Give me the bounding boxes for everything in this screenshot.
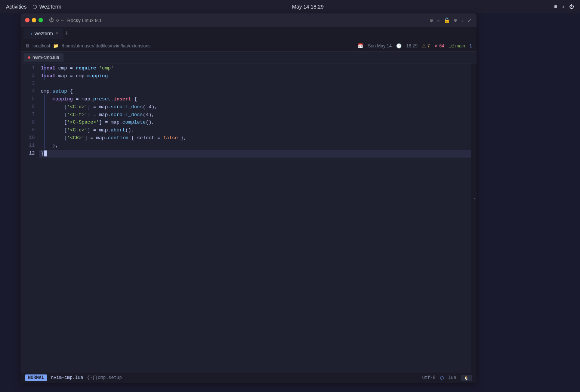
titlebar-icons: ⏻ ↺ ← (49, 17, 64, 23)
volume-icon[interactable]: ♪ (562, 4, 565, 10)
mode-badge: NORMAL (25, 374, 47, 381)
app-menu[interactable]: ⬡ WezTerm (33, 4, 61, 10)
status-bar: NORMAL nvim-cmp.lua {}{}cmp.setup utf-8 … (21, 373, 476, 383)
empty-space (39, 158, 471, 307)
code-line-8: ['<C-Space>'] = map.complete(), (39, 119, 471, 127)
line-num-1: 1 (21, 64, 35, 72)
code-line-3 (39, 80, 471, 88)
line-num-9: 9 (21, 126, 35, 134)
arrow-icon: ← (61, 18, 64, 23)
line-num-5: 5 (21, 95, 35, 103)
new-tab-button[interactable]: + (65, 30, 69, 37)
file-tab-bar: nvim-cmp.lua (21, 52, 476, 63)
bookmark-icon[interactable]: ☆ (437, 17, 440, 24)
gutter-mark-5-11 (44, 94, 44, 149)
status-context: {}{}cmp.setup (87, 375, 122, 380)
code-line-6: ['<C-d>'] = map.scroll_docs(-4), (39, 103, 471, 111)
line-num-8: 8 (21, 119, 35, 127)
path-date: Sun May 14 (368, 43, 392, 49)
line-num-10: 10 (21, 134, 35, 142)
filepath: /home/utm-user/.dotfiles/nvim/lua/extens… (62, 43, 150, 49)
code-line-5: mapping = map.preset.insert { (39, 95, 471, 103)
code-line-7: ['<C-f>'] = map.scroll_docs(4), (39, 111, 471, 119)
window-title: Rocky Linux 9.1 (67, 18, 102, 23)
power-icon-titlebar: ⏻ (49, 18, 54, 23)
fullscreen-icon[interactable]: ⤢ (468, 17, 472, 24)
status-right: utf-8 ⬡ lua 🐧 (422, 375, 472, 381)
code-line-12: } (39, 150, 471, 158)
code-line-10: ['<CR>'] = map.confirm { select = false … (39, 134, 471, 142)
tab-close-button[interactable]: ✕ (55, 31, 59, 36)
lua-icon: ⬡ (440, 375, 444, 381)
active-tab[interactable]: _› wezterm ✕ (24, 28, 63, 39)
line-num-6: 6 (21, 103, 35, 111)
line-num-4: 4 (21, 87, 35, 95)
status-filename: nvim-cmp.lua (51, 375, 83, 380)
maximize-button[interactable] (38, 18, 43, 22)
close-button[interactable] (25, 18, 30, 22)
path-bar: 🖥 localhost 📁 /home/utm-user/.dotfiles/n… (21, 40, 476, 52)
gnome-topbar: Activities ⬡ WezTerm May 14 18:29 ⊞ ♪ ⏻ (0, 0, 580, 13)
monitor-icon: 🖥 (25, 43, 30, 49)
file-tab[interactable]: nvim-cmp.lua (24, 53, 64, 62)
code-line-9: ['<C-e>'] = map.abort(), (39, 126, 471, 134)
errors-count: ✕ 64 (434, 43, 444, 49)
shield-icon[interactable]: ⊕ (454, 17, 457, 24)
line-num-11: 11 (21, 142, 35, 150)
folder-icon: 📁 (53, 43, 59, 49)
app-icon: ⬡ (33, 4, 37, 10)
code-line-1: local cmp = require 'cmp' (39, 64, 471, 72)
activities-label: Activities (6, 4, 27, 10)
line-num-3: 3 (21, 80, 35, 88)
code-content: local cmp = require 'cmp' local map = cm… (39, 63, 471, 373)
hostname: localhost (33, 43, 50, 49)
clock-icon: 🕐 (396, 43, 402, 49)
gutter-mark-1 (44, 64, 44, 72)
refresh-icon: ↺ (56, 17, 59, 23)
line-numbers: 1 2 3 4 5 6 7 8 9 10 11 12 (21, 63, 39, 373)
git-branch: ⎇ main (449, 43, 465, 49)
modified-indicator (28, 56, 30, 59)
code-editor[interactable]: ▶ 1 2 3 4 5 6 7 8 9 10 11 12 local cmp =… (21, 63, 476, 373)
lock-icon[interactable]: 🔒 (444, 17, 450, 24)
minimap-dot (474, 198, 475, 199)
terminal-icon: _› (28, 31, 33, 36)
status-left: NORMAL nvim-cmp.lua {}{}cmp.setup (25, 374, 122, 381)
path-time: 18:29 (406, 43, 417, 49)
line-num-12: 12 (21, 150, 35, 158)
minimap[interactable] (471, 63, 476, 373)
code-line-11: }, (39, 142, 471, 150)
calendar-icon: 📅 (358, 43, 363, 49)
minimize-button[interactable] (32, 18, 36, 22)
line-num-2: 2 (21, 72, 35, 80)
cursor (44, 150, 47, 156)
wezterm-titlebar: ⏻ ↺ ← Rocky Linux 9.1 ⚙ ☆ 🔒 ⊕ ↓ ⤢ (21, 13, 476, 27)
warnings-count: ⚠ 7 (422, 43, 430, 49)
app-label: WezTerm (39, 4, 61, 10)
wezterm-window: ⏻ ↺ ← Rocky Linux 9.1 ⚙ ☆ 🔒 ⊕ ↓ ⤢ _› wez… (21, 13, 476, 383)
settings-icon[interactable]: ⚙ (430, 17, 433, 24)
fold-arrow[interactable]: ▶ (41, 149, 44, 153)
network-icon[interactable]: ⊞ (554, 4, 557, 10)
tab-label: wezterm (35, 31, 53, 36)
code-line-2: local map = cmp.mapping (39, 72, 471, 80)
encoding-label: utf-8 (422, 375, 435, 380)
gutter-mark-2 (44, 72, 44, 80)
download-icon[interactable]: ↓ (461, 17, 464, 24)
tab-bar: _› wezterm ✕ + (21, 27, 476, 40)
power-icon[interactable]: ⏻ (569, 4, 574, 10)
line-number: 1 (469, 43, 472, 49)
nerd-icon: 🐧 (461, 375, 472, 381)
line-num-7: 7 (21, 111, 35, 119)
file-tab-name: nvim-cmp.lua (33, 55, 59, 60)
activities-button[interactable]: Activities (6, 4, 27, 10)
lang-label: lua (448, 375, 456, 380)
datetime-label: May 14 18:29 (292, 4, 324, 10)
code-line-4: cmp.setup { (39, 87, 471, 95)
